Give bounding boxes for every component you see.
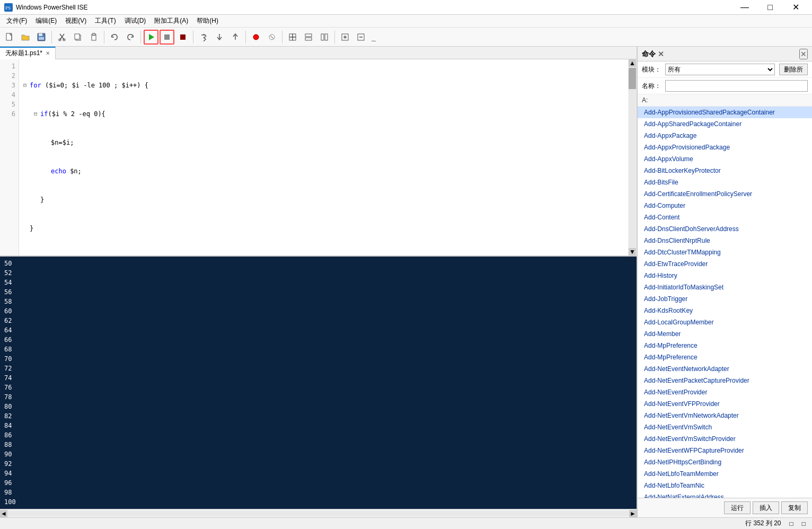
run-cmd-btn[interactable]: 运行 <box>724 501 751 514</box>
toolbar-open[interactable] <box>18 30 33 45</box>
menu-help[interactable]: 帮助(H) <box>192 15 223 28</box>
scroll-down-btn[interactable]: ▼ <box>629 248 636 255</box>
menu-edit[interactable]: 编辑(E) <box>31 15 61 28</box>
cmd-item-2[interactable]: Add-AppxPackage <box>638 130 812 142</box>
cmd-item-4[interactable]: Add-AppxVolume <box>638 153 812 165</box>
cmd-item-33[interactable]: Add-NetNatExternalAddress <box>638 491 812 498</box>
editor-scrollbar[interactable]: ▲ ▼ <box>628 59 637 255</box>
cmd-item-29[interactable]: Add-NetEventWFPCaptureProvider <box>638 445 812 456</box>
code-editor[interactable]: ⊟for ($i=0; $i -le 100 ; $i++) { ⊟if($i … <box>19 59 628 255</box>
cmd-item-20[interactable]: Add-MpPreference <box>638 340 812 351</box>
cmd-panel-x-btn[interactable]: ✕ <box>799 49 808 59</box>
cmd-item-11[interactable]: Add-DnsClientNrptRule <box>638 235 812 246</box>
tab-untitled1[interactable]: 无标题1.ps1* ✕ <box>0 47 56 59</box>
cmd-item-25[interactable]: Add-NetEventVFPProvider <box>638 398 812 410</box>
console-line-52: 52 <box>4 268 632 278</box>
toolbar-copy-panel[interactable] <box>285 30 300 45</box>
cmd-item-30[interactable]: Add-NetIPHttpsCertBinding <box>638 456 812 468</box>
cmd-item-15[interactable]: Add-InitiatorIdToMaskingSet <box>638 281 812 293</box>
cmd-item-21[interactable]: Add-MpPreference <box>638 351 812 363</box>
cmd-item-19[interactable]: Add-Member <box>638 328 812 340</box>
toolbar-layout1[interactable] <box>301 30 316 45</box>
cmd-item-1[interactable]: Add-AppSharedPackageContainer <box>638 118 812 130</box>
cmd-item-16[interactable]: Add-JobTrigger <box>638 293 812 305</box>
toolbar-clear-bp[interactable] <box>264 30 279 45</box>
cmd-item-18[interactable]: Add-LocalGroupMember <box>638 316 812 328</box>
maximize-button[interactable]: □ <box>758 0 782 15</box>
toolbar-copy[interactable] <box>70 30 85 45</box>
cmd-item-26[interactable]: Add-NetEventVmNetworkAdapter <box>638 410 812 421</box>
toolbar-toggle-bp[interactable] <box>249 30 263 45</box>
menu-tools[interactable]: 工具(T) <box>91 15 120 28</box>
cmd-item-0[interactable]: Add-AppProvisionedSharedPackageContainer <box>638 107 812 118</box>
insert-cmd-btn[interactable]: 插入 <box>753 501 779 514</box>
console-hscroll[interactable]: ◄ ► <box>0 509 637 517</box>
cmd-item-7[interactable]: Add-CertificateEnrollmentPolicyServer <box>638 188 812 200</box>
toolbar-undo[interactable] <box>107 30 122 45</box>
cmd-item-13[interactable]: Add-EtwTraceProvider <box>638 258 812 270</box>
cmd-item-3[interactable]: Add-AppxProvisionedPackage <box>638 142 812 153</box>
toolbar-new[interactable] <box>2 30 17 45</box>
toolbar-expand[interactable] <box>338 30 352 45</box>
menu-debug[interactable]: 调试(D) <box>120 15 151 28</box>
sep7 <box>334 31 335 43</box>
console-line-50: 50 <box>4 259 632 268</box>
scroll-thumb[interactable] <box>629 68 636 89</box>
cmd-list[interactable]: Add-AppProvisionedSharedPackageContainer… <box>638 107 812 498</box>
toolbar-step-out[interactable] <box>228 30 243 45</box>
copy-cmd-btn[interactable]: 复制 <box>781 501 808 514</box>
cmd-item-14[interactable]: Add-History <box>638 270 812 281</box>
hscroll-left[interactable]: ◄ <box>0 510 7 517</box>
cmd-item-32[interactable]: Add-NetLbfoTeamNic <box>638 480 812 491</box>
cmd-item-28[interactable]: Add-NetEventVmSwitchProvider <box>638 433 812 445</box>
toolbar-debug-stop[interactable] <box>175 30 190 45</box>
cmd-item-12[interactable]: Add-DtcClusterTMMapping <box>638 246 812 258</box>
menu-view[interactable]: 视图(V) <box>61 15 91 28</box>
cmd-item-22[interactable]: Add-NetEventNetworkAdapter <box>638 363 812 375</box>
cmd-item-5[interactable]: Add-BitLockerKeyProtector <box>638 165 812 177</box>
cmd-item-6[interactable]: Add-BitsFile <box>638 177 812 188</box>
console-line-94: 94 <box>4 469 632 478</box>
cmd-item-10[interactable]: Add-DnsClientDohServerAddress <box>638 223 812 235</box>
name-label: 名称： <box>642 82 661 91</box>
toolbar-step-into[interactable] <box>212 30 227 45</box>
module-select[interactable]: 所有 Microsoft.PowerShell.Core Microsoft.P… <box>665 64 775 75</box>
statusbar-ind2: □ <box>802 520 806 527</box>
tab-close-icon[interactable]: ✕ <box>46 50 50 56</box>
cmd-panel-close-btn[interactable]: ✕ <box>658 50 664 58</box>
toolbar-collapse[interactable] <box>354 30 368 45</box>
toolbar-cut[interactable] <box>55 30 69 45</box>
console-line-78: 78 <box>4 392 632 402</box>
cmd-item-27[interactable]: Add-NetEventVmSwitch <box>638 421 812 433</box>
toolbar-run[interactable] <box>144 30 158 45</box>
fold-icon-2[interactable]: ⊟ <box>34 109 40 119</box>
cmd-item-24[interactable]: Add-NetEventProvider <box>638 386 812 398</box>
toolbar-save[interactable] <box>34 30 49 45</box>
close-button[interactable]: ✕ <box>783 0 808 15</box>
toolbar-stop[interactable] <box>160 30 174 45</box>
fold-icon-1[interactable]: ⊟ <box>23 81 30 90</box>
titlebar-controls[interactable]: — □ ✕ <box>732 0 808 15</box>
cmd-item-23[interactable]: Add-NetEventPacketCaptureProvider <box>638 375 812 386</box>
cmd-item-9[interactable]: Add-Content <box>638 211 812 223</box>
svg-rect-6 <box>39 33 42 36</box>
delete-module-btn[interactable]: 删除所 <box>779 64 808 75</box>
name-input[interactable] <box>665 80 808 92</box>
cmd-item-8[interactable]: Add-Computer <box>638 200 812 211</box>
cmd-item-17[interactable]: Add-KdsRootKey <box>638 305 812 316</box>
hscroll-right[interactable]: ► <box>629 510 637 517</box>
minimize-button[interactable]: — <box>732 0 757 15</box>
menu-file[interactable]: 文件(F) <box>2 15 31 28</box>
toolbar-paste[interactable] <box>86 30 101 45</box>
console-prompt-line: PS C:\Users\27682> <box>4 507 632 509</box>
scroll-up-btn[interactable]: ▲ <box>629 59 636 67</box>
toolbar-layout2[interactable] <box>317 30 332 45</box>
console-line-92: 92 <box>4 459 632 469</box>
menu-addons[interactable]: 附加工具(A) <box>150 15 192 28</box>
console-prompt: PS C:\Users\27682> <box>4 508 73 509</box>
toolbar-step-over[interactable] <box>196 30 211 45</box>
sep6 <box>282 31 283 43</box>
toolbar-redo[interactable] <box>123 30 138 45</box>
console-area[interactable]: 50 52 54 56 58 60 62 64 66 68 70 72 74 7… <box>0 255 637 509</box>
cmd-item-31[interactable]: Add-NetLbfoTeamMember <box>638 468 812 480</box>
